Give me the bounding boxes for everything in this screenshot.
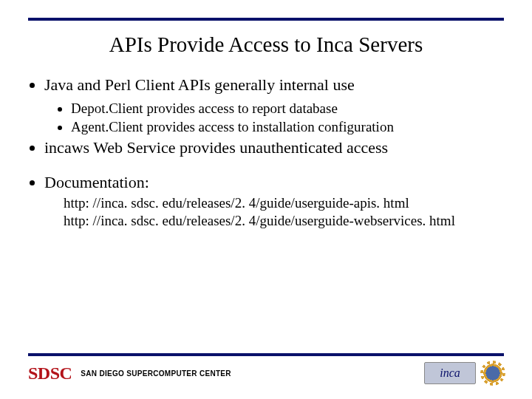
sub-bullet-item: Depot.Client provides access to report d… [71,100,514,117]
sub-bullet-item: Agent.Client provides access to installa… [71,118,514,135]
footer-center-text: SAN DIEGO SUPERCOMPUTER CENTER [81,369,231,378]
footer-left: SDSC SAN DIEGO SUPERCOMPUTER CENTER [28,364,231,383]
doc-links: http: //inca. sdsc. edu/releases/2. 4/gu… [64,194,514,229]
sub-bullet-list: Depot.Client provides access to report d… [44,100,514,135]
bullet-item: Java and Perl Client APIs generally inte… [44,75,514,135]
inca-logo: inca [424,362,476,384]
bullet-text: Documentation: [44,173,149,191]
nsf-logo-icon [482,362,504,384]
footer-row: SDSC SAN DIEGO SUPERCOMPUTER CENTER inca [28,362,504,384]
bullet-list: Java and Perl Client APIs generally inte… [25,75,514,229]
bullet-item: incaws Web Service provides unauthentica… [44,138,514,158]
bullet-item: Documentation: http: //inca. sdsc. edu/r… [44,173,514,229]
bullet-text: Java and Perl Client APIs generally inte… [44,75,355,94]
top-rule [28,18,504,21]
footer: SDSC SAN DIEGO SUPERCOMPUTER CENTER inca [28,353,504,384]
sdsc-logo: SDSC [28,364,72,383]
footer-rule [28,353,504,356]
slide-title: APIs Provide Access to Inca Servers [0,33,532,57]
doc-link: http: //inca. sdsc. edu/releases/2. 4/gu… [64,194,514,211]
doc-link: http: //inca. sdsc. edu/releases/2. 4/gu… [64,212,514,229]
footer-right: inca [424,362,504,384]
slide-body: Java and Perl Client APIs generally inte… [25,75,514,232]
